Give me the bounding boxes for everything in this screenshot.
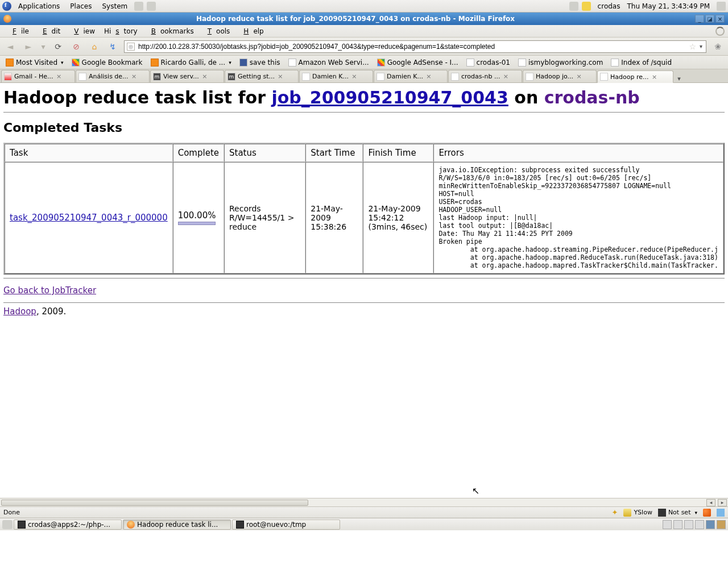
user-menu[interactable]: crodas (594, 2, 624, 10)
launcher-icon-2[interactable] (147, 2, 156, 11)
bookmark-item[interactable]: Google Bookmark (68, 57, 146, 68)
url-dropdown[interactable]: ▾ (698, 43, 704, 49)
fedora-icon[interactable] (2, 2, 11, 11)
progress-bar (178, 222, 216, 225)
browser-tab[interactable]: crodas-nb ...× (448, 70, 522, 82)
minimize-button[interactable]: _ (695, 15, 704, 23)
tab-close-icon[interactable]: × (651, 73, 657, 80)
back-dropdown[interactable]: ▾ (40, 40, 47, 53)
tab-close-icon[interactable]: × (576, 73, 582, 80)
taskbar-window-button[interactable]: Hadoop reduce task li... (123, 519, 231, 530)
tray-icon[interactable] (673, 520, 682, 529)
taskbar-window-button[interactable]: crodas@apps2:~/php-... (14, 519, 122, 530)
menu-file[interactable]: File (3, 27, 34, 35)
window-titlebar: Hadoop reduce task list for job_20090521… (0, 13, 728, 25)
scroll-right-button[interactable]: ▸ (718, 499, 727, 506)
scrollbar-thumb[interactable] (1, 500, 308, 506)
status-text: Done (3, 509, 20, 516)
bookmark-favicon (466, 59, 474, 66)
job-link[interactable]: job_200905210947_0043 (271, 88, 508, 107)
trash-icon[interactable] (717, 520, 726, 529)
close-button[interactable]: × (715, 15, 725, 23)
tab-favicon: m (153, 73, 161, 81)
tab-favicon (78, 73, 86, 81)
bookmark-item[interactable]: save this (236, 57, 284, 68)
bookmark-item[interactable]: Most Visited▾ (2, 57, 67, 68)
stop-button[interactable]: ⊘ (69, 40, 83, 53)
volume-icon[interactable] (717, 2, 726, 11)
tray-icon[interactable] (684, 520, 693, 529)
bookmark-label: Most Visited (16, 59, 57, 66)
url-input[interactable] (137, 42, 686, 51)
extension-icon[interactable]: ↯ (106, 40, 119, 53)
bookmark-item[interactable]: crodas-01 (463, 57, 514, 68)
maximize-button[interactable]: ◪ (705, 15, 714, 23)
browser-tab[interactable]: Análisis de...× (76, 70, 150, 82)
workspace-switcher[interactable] (706, 520, 715, 529)
browser-tab[interactable]: Damien K...× (299, 70, 373, 82)
tray-icon[interactable] (695, 520, 704, 529)
tab-close-icon[interactable]: × (425, 73, 432, 80)
task-link[interactable]: task_200905210947_0043_r_000000 (10, 213, 168, 223)
tray-icon[interactable] (663, 520, 672, 529)
browser-tab[interactable]: Gmail - He...× (1, 70, 75, 82)
bookmark-item[interactable]: Ricardo Galli, de ...▾ (147, 57, 235, 68)
noscript-indicator[interactable]: Not set▾ (658, 509, 697, 517)
menu-help[interactable]: Help (234, 27, 268, 35)
browser-tab[interactable]: Damien K...× (374, 70, 448, 82)
tab-close-icon[interactable]: × (502, 73, 509, 80)
finish-cell: 21-May-2009 15:42:12 (3mins, 46sec) (363, 162, 433, 273)
error-text: java.io.IOException: subprocess exited s… (439, 166, 718, 269)
tab-overflow-dropdown[interactable]: ▾ (674, 75, 684, 82)
forward-button[interactable]: ► (22, 40, 35, 53)
places-menu[interactable]: Places (67, 2, 95, 10)
firebug-icon[interactable] (703, 509, 711, 517)
toolbar-extension-icon[interactable]: ❀ (711, 40, 725, 53)
show-desktop-icon[interactable] (2, 520, 13, 529)
gnome-bottom-panel: crodas@apps2:~/php-...Hadoop reduce task… (0, 518, 728, 530)
browser-tab[interactable]: mGetting st...× (225, 70, 299, 82)
firefox-icon (3, 15, 11, 23)
menu-bookmarks[interactable]: Bookmarks (142, 27, 198, 35)
browser-tab[interactable]: Hadoop re...× (597, 70, 673, 83)
yslow-indicator[interactable]: YSlow (623, 509, 652, 517)
tab-close-icon[interactable]: × (201, 73, 208, 80)
bookmark-label: Amazon Web Servi... (299, 59, 369, 66)
bookmark-item[interactable]: Google AdSense - I... (374, 57, 462, 68)
tab-close-icon[interactable]: × (56, 73, 63, 80)
url-bar[interactable]: ◎ ☆ ▾ (124, 40, 706, 53)
home-button[interactable]: ⌂ (88, 40, 101, 53)
menu-view[interactable]: View (65, 27, 100, 35)
tab-close-icon[interactable]: × (131, 73, 138, 80)
bookmark-item[interactable]: Index of /squid (607, 57, 675, 68)
launcher-icon[interactable] (134, 2, 143, 11)
bookmark-item[interactable]: Amazon Web Servi... (285, 57, 373, 68)
notes-icon[interactable] (582, 2, 591, 11)
taskbar-window-button[interactable]: root@nuevo:/tmp (232, 519, 340, 530)
menu-tools[interactable]: Tools (198, 27, 235, 35)
browser-tab[interactable]: Hadoop jo...× (523, 70, 597, 82)
scroll-left-button[interactable]: ◂ (706, 499, 715, 506)
tab-close-icon[interactable]: × (277, 73, 284, 80)
bookmark-star-icon[interactable]: ☆ (689, 42, 696, 51)
bookmark-item[interactable]: ismyblogworking.com (515, 57, 606, 68)
browser-tab[interactable]: mView serv...× (150, 70, 224, 82)
horizontal-scrollbar[interactable]: ◂ ▸ (0, 498, 728, 506)
system-menu[interactable]: System (98, 2, 131, 10)
clock[interactable]: Thu May 21, 3:43:49 PM (627, 2, 710, 10)
tray-icon[interactable] (569, 2, 578, 11)
twitter-icon[interactable] (717, 509, 725, 517)
menu-history[interactable]: History (100, 27, 142, 35)
tab-label: Análisis de... (89, 73, 129, 80)
site-identity-icon[interactable]: ◎ (127, 43, 135, 51)
yslow-label: YSlow (634, 509, 652, 516)
back-button[interactable]: ◄ (3, 40, 17, 53)
apps-menu[interactable]: Applications (15, 2, 63, 10)
menu-edit[interactable]: Edit (34, 27, 65, 35)
back-to-jobtracker-link[interactable]: Go back to JobTracker (3, 285, 96, 296)
statusbar: Done ✦ YSlow Not set▾ (0, 506, 728, 518)
tab-close-icon[interactable]: × (351, 73, 358, 80)
reload-button[interactable]: ⟳ (51, 40, 65, 53)
star-icon[interactable]: ✦ (611, 508, 618, 517)
hadoop-link[interactable]: Hadoop (3, 306, 36, 317)
